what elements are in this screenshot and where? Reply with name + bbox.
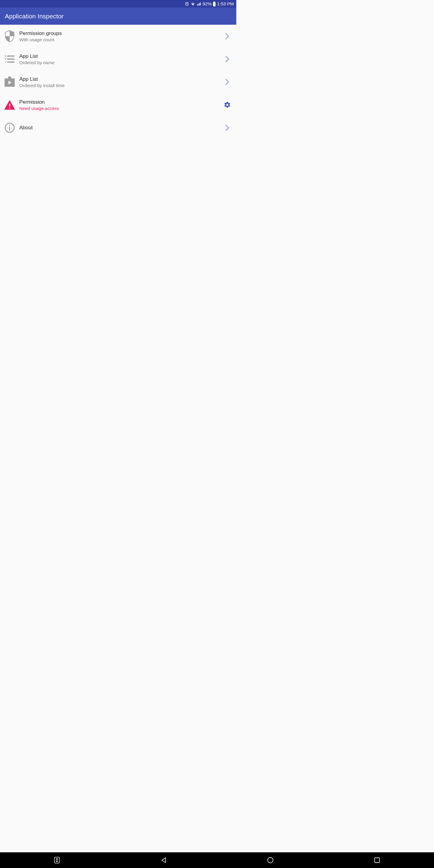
item-app-list-name[interactable]: App List Ordered by name (0, 48, 236, 70)
svg-point-7 (5, 56, 6, 57)
item-subtitle: Ordered by name (19, 60, 222, 65)
svg-rect-18 (9, 127, 10, 130)
warning-icon (2, 99, 17, 110)
svg-rect-1 (197, 4, 198, 5)
svg-rect-15 (9, 104, 10, 107)
svg-rect-10 (7, 59, 14, 60)
item-title: Permission groups (19, 30, 222, 36)
chevron-right-icon (222, 56, 233, 62)
battery-icon (213, 1, 216, 6)
shield-icon (2, 30, 17, 42)
svg-rect-2 (198, 4, 198, 5)
list-icon (2, 55, 17, 64)
item-permission-groups[interactable]: Permission groups With usage count (0, 25, 236, 48)
item-permission[interactable]: Permission Need usage access (0, 93, 236, 116)
item-subtitle: Need usage access (19, 106, 222, 111)
svg-rect-13 (8, 76, 11, 79)
chevron-right-icon (222, 79, 233, 85)
svg-point-9 (5, 59, 6, 60)
item-title: App List (19, 53, 222, 59)
app-bar-title: Application Inspector (5, 13, 64, 20)
item-app-list-install[interactable]: App List Ordered by install time (0, 70, 236, 93)
signal-icon (196, 1, 201, 6)
chevron-right-icon (222, 124, 233, 131)
gear-icon[interactable] (222, 101, 233, 108)
status-time: 1:53 PM (217, 1, 234, 6)
app-bar: Application Inspector (0, 7, 236, 25)
wifi-icon (190, 1, 195, 6)
svg-point-11 (5, 61, 6, 62)
store-icon (2, 76, 17, 87)
chevron-right-icon (222, 33, 233, 39)
svg-rect-8 (7, 56, 14, 57)
status-bar: 92% 1:53 PM (0, 0, 236, 7)
item-about[interactable]: About (0, 116, 236, 139)
svg-rect-16 (9, 107, 10, 108)
item-subtitle: With usage count (19, 37, 222, 42)
item-subtitle: Ordered by install time (19, 83, 222, 88)
svg-rect-5 (213, 2, 216, 6)
info-icon (2, 122, 17, 133)
svg-rect-19 (9, 125, 10, 126)
svg-rect-6 (214, 1, 215, 2)
svg-rect-3 (199, 3, 200, 5)
item-title: Permission (19, 99, 222, 105)
item-title: About (19, 124, 222, 131)
svg-rect-12 (7, 61, 14, 63)
alarm-icon (184, 1, 189, 6)
item-title: App List (19, 76, 222, 82)
main-content: Permission groups With usage count App L… (0, 25, 236, 139)
svg-rect-4 (200, 2, 201, 5)
battery-percent: 92% (203, 1, 212, 6)
